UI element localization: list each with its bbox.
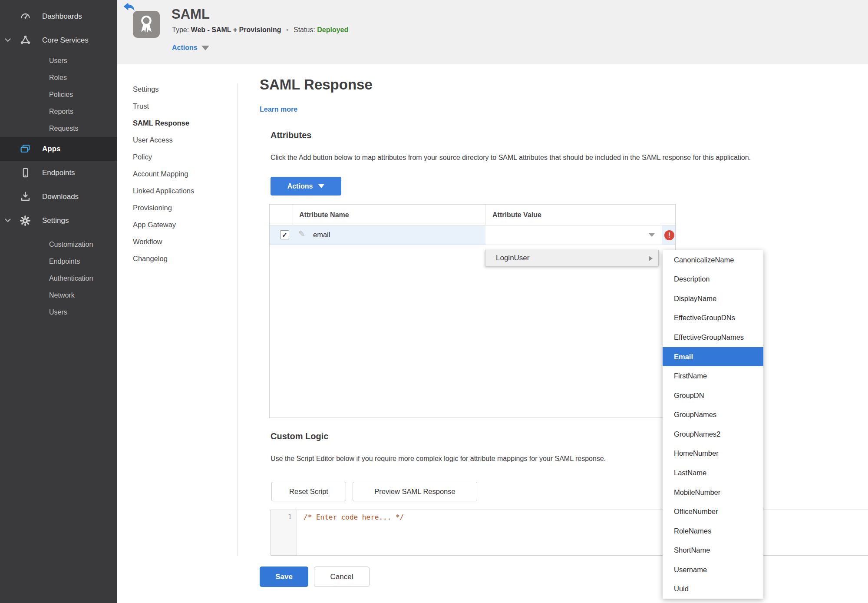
meta-separator: • <box>286 26 289 33</box>
sidebar-item-core-services[interactable]: Core Services <box>0 28 117 52</box>
chevron-down-icon[interactable] <box>5 38 11 43</box>
subnav-changelog[interactable]: Changelog <box>133 250 231 267</box>
subnav-app-gateway[interactable]: App Gateway <box>133 216 231 233</box>
header-actions-menu[interactable]: Actions <box>172 44 209 52</box>
sidebar-item-settings[interactable]: Settings <box>0 209 117 232</box>
preview-saml-response-button[interactable]: Preview SAML Response <box>353 482 477 501</box>
attributes-table: Attribute Name Attribute Value ✓ ✎ email… <box>269 204 676 418</box>
learn-more-link[interactable]: Learn more <box>260 106 297 113</box>
submenu-item-groupnames[interactable]: GroupNames <box>663 405 763 425</box>
sidebar-item-customization[interactable]: Customization <box>0 236 117 253</box>
subnav-trust[interactable]: Trust <box>133 98 231 115</box>
subnav-provisioning[interactable]: Provisioning <box>133 199 231 216</box>
sidebar-item-endpoints[interactable]: Endpoints <box>0 161 117 185</box>
submenu-item-canonicalizename[interactable]: CanonicalizeName <box>663 250 763 270</box>
gear-icon <box>19 215 31 227</box>
editor-code-line[interactable]: /* Enter code here... */ <box>304 513 404 521</box>
status-label: Status: <box>294 26 315 33</box>
editor-line-gutter: 1 <box>271 510 297 555</box>
submenu-item-mobilenumber[interactable]: MobileNumber <box>663 483 763 502</box>
content-divider <box>238 83 238 556</box>
sidebar-item-dashboards[interactable]: Dashboards <box>0 4 117 28</box>
sidebar-item-network[interactable]: Network <box>0 287 117 304</box>
attribute-value-combobox[interactable] <box>485 225 662 245</box>
column-header-attribute-name: Attribute Name <box>299 211 349 219</box>
sidebar-item-policies[interactable]: Policies <box>0 86 117 103</box>
submenu-item-groupdn[interactable]: GroupDN <box>663 386 763 405</box>
sidebar-item-label: Apps <box>42 145 61 153</box>
table-row[interactable]: ✓ ✎ email ! <box>270 225 675 245</box>
save-button[interactable]: Save <box>260 567 308 587</box>
sidebar-item-label: Dashboards <box>42 12 82 21</box>
subnav-account-mapping[interactable]: Account Mapping <box>133 166 231 182</box>
sidebar-item-label: Settings <box>42 216 69 225</box>
sidebar-item-settings-users[interactable]: Users <box>0 304 117 321</box>
submenu-item-effectivegroupnames[interactable]: EffectiveGroupNames <box>663 328 763 347</box>
submenu-item-username[interactable]: Username <box>663 560 763 580</box>
chevron-down-icon <box>201 46 209 50</box>
submenu-item-shortname[interactable]: ShortName <box>663 540 763 560</box>
submenu-item-groupnames2[interactable]: GroupNames2 <box>663 424 763 444</box>
sidebar-item-apps[interactable]: Apps <box>0 137 117 161</box>
sidebar-item-users[interactable]: Users <box>0 52 117 69</box>
apps-icon <box>19 143 31 155</box>
submenu-arrow-icon <box>649 256 653 261</box>
reset-script-button[interactable]: Reset Script <box>271 482 346 501</box>
chevron-down-icon <box>318 184 324 188</box>
edit-pencil-icon[interactable]: ✎ <box>298 229 305 239</box>
sidebar: Dashboards Core Services Users Roles Pol… <box>0 0 117 603</box>
attributes-heading: Attributes <box>271 130 311 140</box>
sidebar-item-reports[interactable]: Reports <box>0 103 117 120</box>
custom-logic-description: Use the Script Editor below if you requi… <box>271 455 606 463</box>
type-label: Type: <box>172 26 189 33</box>
subnav-settings[interactable]: Settings <box>133 81 231 98</box>
dropdown-item-loginuser[interactable]: LoginUser <box>485 250 659 266</box>
sidebar-item-roles[interactable]: Roles <box>0 69 117 86</box>
page-app-title: SAML <box>172 7 210 22</box>
attribute-name-cell[interactable]: email <box>313 231 330 239</box>
submenu-item-firstname[interactable]: FirstName <box>663 366 763 386</box>
type-value: Web - SAML + Provisioning <box>191 26 281 33</box>
app-header: SAML Type: Web - SAML + Provisioning • S… <box>117 0 868 64</box>
sidebar-item-downloads[interactable]: Downloads <box>0 185 117 209</box>
submenu-item-email[interactable]: Email <box>663 347 763 367</box>
sidebar-item-requests[interactable]: Requests <box>0 120 117 137</box>
gauge-icon <box>19 10 31 23</box>
dropdown-caret-icon[interactable] <box>649 233 655 237</box>
submenu-item-uuid[interactable]: Uuid <box>663 580 763 599</box>
app-meta-line: Type: Web - SAML + Provisioning • Status… <box>172 26 348 34</box>
sidebar-item-settings-endpoints[interactable]: Endpoints <box>0 253 117 270</box>
app-settings-subnav: Settings Trust SAML Response User Access… <box>133 81 231 267</box>
attribute-submenu: CanonicalizeName Description DisplayName… <box>663 250 763 599</box>
page-title: SAML Response <box>260 76 373 93</box>
core-services-icon <box>19 34 31 46</box>
submenu-item-displayname[interactable]: DisplayName <box>663 289 763 308</box>
subnav-workflow[interactable]: Workflow <box>133 233 231 250</box>
error-icon: ! <box>664 230 674 240</box>
admin-console-screen: Dashboards Core Services Users Roles Pol… <box>0 0 868 603</box>
attributes-actions-button[interactable]: Actions <box>271 177 341 195</box>
submenu-item-lastname[interactable]: LastName <box>663 463 763 483</box>
mobile-device-icon <box>19 167 31 179</box>
subnav-user-access[interactable]: User Access <box>133 132 231 149</box>
chevron-down-icon[interactable] <box>5 219 11 223</box>
subnav-linked-applications[interactable]: Linked Applications <box>133 182 231 199</box>
sidebar-item-label: Downloads <box>42 192 79 201</box>
sidebar-item-authentication[interactable]: Authentication <box>0 270 117 287</box>
submenu-item-rolenames[interactable]: RoleNames <box>663 521 763 541</box>
column-header-attribute-value: Attribute Value <box>492 211 541 219</box>
subnav-policy[interactable]: Policy <box>133 149 231 166</box>
row-checkbox[interactable]: ✓ <box>280 230 289 239</box>
subnav-saml-response[interactable]: SAML Response <box>133 115 231 132</box>
submenu-item-homenumber[interactable]: HomeNumber <box>663 444 763 464</box>
saml-app-icon <box>133 11 160 38</box>
custom-logic-heading: Custom Logic <box>271 431 328 441</box>
cancel-button[interactable]: Cancel <box>314 567 370 587</box>
script-editor[interactable]: 1 /* Enter code here... */ <box>271 510 868 556</box>
sidebar-item-label: Endpoints <box>42 169 75 177</box>
submenu-item-effectivegroupdns[interactable]: EffectiveGroupDNs <box>663 308 763 328</box>
submenu-item-description[interactable]: Description <box>663 270 763 289</box>
submenu-item-officenumber[interactable]: OfficeNumber <box>663 502 763 521</box>
status-badge: Deployed <box>317 26 348 33</box>
column-divider <box>293 205 293 225</box>
